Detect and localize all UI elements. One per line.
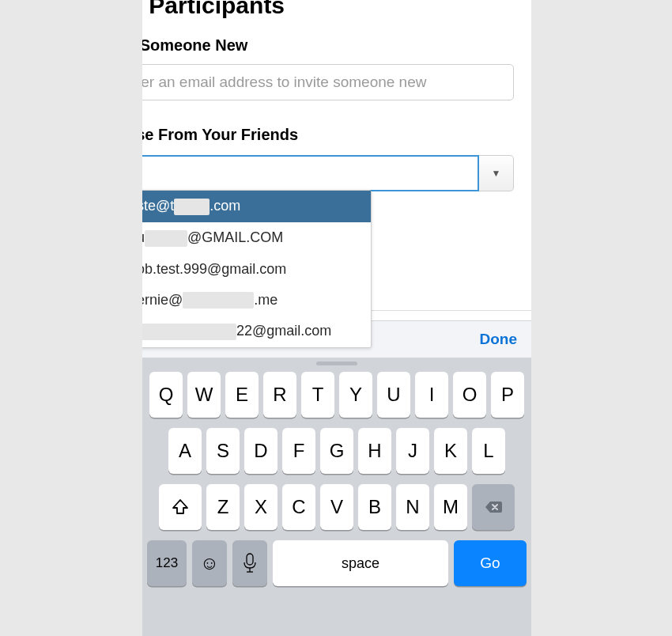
key-k[interactable]: K [434, 428, 467, 474]
mobile-screen: … Participants e Someone New ter an emai… [142, 0, 531, 636]
key-q[interactable]: Q [149, 372, 183, 418]
redacted-text: xxxxxx [145, 230, 187, 247]
keyboard-grabber [316, 362, 357, 365]
dictation-key[interactable] [232, 540, 267, 586]
key-g[interactable]: G [320, 428, 353, 474]
key-o[interactable]: O [453, 372, 486, 418]
key-u[interactable]: U [377, 372, 410, 418]
key-w[interactable]: W [187, 372, 221, 418]
friends-combobox-arrow[interactable]: ▼ [479, 155, 514, 191]
key-l[interactable]: L [472, 428, 505, 474]
done-button[interactable]: Done [480, 331, 518, 348]
key-y[interactable]: Y [339, 372, 372, 418]
key-b[interactable]: B [358, 484, 391, 530]
key-r[interactable]: R [263, 372, 296, 418]
microphone-icon [243, 553, 257, 574]
key-j[interactable]: J [396, 428, 429, 474]
emoji-icon: ☺ [200, 552, 220, 574]
redacted-text: xxxxx [174, 199, 210, 215]
dropdown-item-text: .me [254, 292, 277, 308]
key-f[interactable]: F [282, 428, 315, 474]
dropdown-item-text: .com [210, 198, 240, 214]
redacted-text: xxxxxxxxxxxxxx [142, 324, 236, 340]
invite-email-input[interactable]: ter an email address to invite someone n… [142, 64, 514, 100]
key-e[interactable]: E [225, 372, 259, 418]
friends-combobox: ▼ [142, 155, 514, 191]
key-v[interactable]: V [320, 484, 353, 530]
dropdown-item[interactable]: ste@txxxxx.com [142, 191, 371, 222]
chevron-down-icon: ▼ [492, 168, 501, 179]
dropdown-item[interactable]: xxxxxxxxxxxxxx22@gmail.com [142, 316, 371, 347]
friends-dropdown: ste@txxxxx.comuxxxxxx@GMAIL.COMob.test.9… [142, 190, 372, 348]
shift-icon [171, 498, 190, 517]
key-h[interactable]: H [358, 428, 391, 474]
invite-email-placeholder: ter an email address to invite someone n… [142, 74, 426, 91]
key-m[interactable]: M [434, 484, 467, 530]
key-d[interactable]: D [244, 428, 277, 474]
redacted-text: xxxxxxxxxx [183, 292, 254, 309]
dropdown-item[interactable]: uxxxxxx@GMAIL.COM [142, 222, 371, 254]
key-c[interactable]: C [282, 484, 315, 530]
svg-rect-0 [247, 554, 253, 565]
numbers-key[interactable]: 123 [147, 540, 187, 586]
dropdown-item-text: ob.test.999@gmail.com [142, 261, 286, 277]
backspace-icon [484, 498, 503, 517]
dropdown-item-text: ernie@ [142, 292, 183, 308]
dropdown-item-text: 22@gmail.com [236, 323, 331, 339]
ios-keyboard: QWERTYUIOP ASDFGHJKL ZXCVBNM 123 ☺ space… [142, 358, 531, 636]
key-a[interactable]: A [168, 428, 202, 474]
friends-combobox-input[interactable] [142, 155, 479, 191]
friends-section-label: ose From Your Friends [142, 126, 531, 144]
key-s[interactable]: S [206, 428, 240, 474]
dropdown-item-text: @GMAIL.COM [187, 229, 283, 245]
key-i[interactable]: I [415, 372, 448, 418]
key-n[interactable]: N [396, 484, 429, 530]
invite-section-label: e Someone New [142, 36, 531, 55]
go-key[interactable]: Go [454, 540, 527, 586]
key-z[interactable]: Z [206, 484, 240, 530]
key-p[interactable]: P [491, 372, 524, 418]
key-x[interactable]: X [244, 484, 277, 530]
backspace-key[interactable] [472, 484, 515, 530]
dropdown-item[interactable]: ernie@xxxxxxxxxx.me [142, 285, 371, 316]
space-key[interactable]: space [273, 540, 448, 586]
key-t[interactable]: T [301, 372, 334, 418]
dropdown-item-text: ste@t [142, 198, 174, 214]
dropdown-item[interactable]: ob.test.999@gmail.com [142, 254, 371, 285]
emoji-key[interactable]: ☺ [192, 540, 227, 586]
shift-key[interactable] [159, 484, 202, 530]
page-title: … Participants [142, 0, 531, 19]
